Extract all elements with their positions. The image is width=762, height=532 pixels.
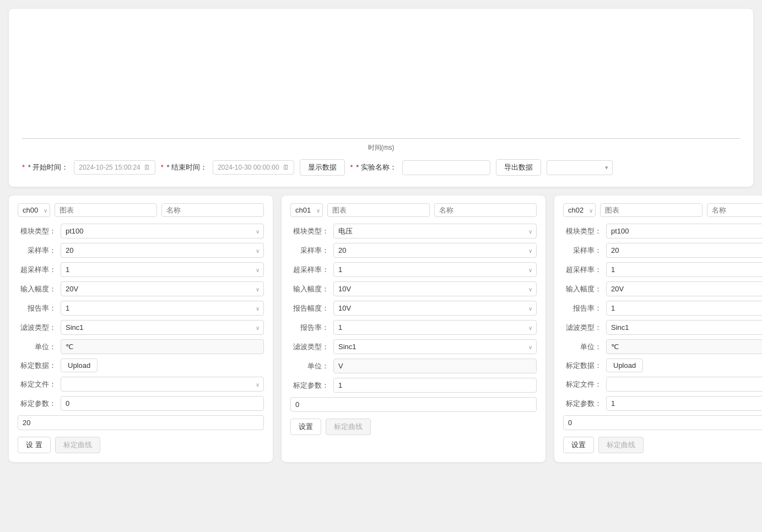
cal-param-input-ch00[interactable] bbox=[61, 396, 264, 411]
report-rate-label-ch02: 报告率： bbox=[563, 303, 602, 313]
sample-rate-select-ch01[interactable]: 20 bbox=[333, 243, 537, 258]
export-format-wrapper[interactable] bbox=[547, 160, 613, 175]
report-rate-select-wrapper-ch02[interactable]: 1 bbox=[606, 301, 762, 316]
cal-file-label-ch02: 标定文件： bbox=[563, 379, 602, 389]
extra-input-ch01[interactable] bbox=[290, 397, 537, 412]
sample-rate-select-wrapper-ch00[interactable]: 20 bbox=[61, 243, 264, 258]
input-range-select-ch01[interactable]: 10V bbox=[333, 281, 537, 296]
channel-panel-ch01: ch01 模块类型： 电压 采样率： bbox=[282, 196, 545, 462]
over-sample-select-wrapper-ch01[interactable]: 1 bbox=[333, 262, 537, 277]
cal-param-input-ch02[interactable] bbox=[606, 396, 762, 411]
extra-input-ch02[interactable] bbox=[563, 415, 762, 430]
ch-select-ch01[interactable]: ch01 bbox=[290, 203, 323, 217]
module-type-select-wrapper-ch00[interactable]: pt100 bbox=[61, 224, 264, 238]
module-type-select-ch01[interactable]: 电压 bbox=[333, 224, 537, 238]
cal-param-input-ch01[interactable] bbox=[333, 378, 537, 393]
input-range-select-wrapper-ch02[interactable]: 20V bbox=[606, 281, 762, 296]
set-button-ch02[interactable]: 设置 bbox=[563, 437, 594, 453]
filter-select-wrapper-ch01[interactable]: Sinc1 bbox=[333, 339, 537, 354]
input-range-select-ch02[interactable]: 20V bbox=[606, 281, 762, 296]
ch-select-ch00[interactable]: ch00 bbox=[18, 203, 50, 217]
filter-select-ch01[interactable]: Sinc1 bbox=[333, 339, 537, 354]
sample-rate-select-wrapper-ch02[interactable]: 20 bbox=[606, 243, 762, 258]
upload-button-ch00[interactable]: Upload bbox=[61, 359, 98, 372]
report-rate-select-wrapper-ch01[interactable]: 1 bbox=[333, 320, 537, 335]
channel-header-ch00: ch00 bbox=[18, 203, 264, 217]
cal-file-select-wrapper-ch02[interactable] bbox=[606, 377, 762, 392]
report-rate-select-ch01[interactable]: 1 bbox=[333, 320, 537, 335]
report-amp-select-wrapper-ch01[interactable]: 10V bbox=[333, 301, 537, 316]
input-range-select-wrapper-ch01[interactable]: 10V bbox=[333, 281, 537, 296]
filter-label-ch02: 滤波类型： bbox=[563, 323, 602, 333]
show-data-button[interactable]: 显示数据 bbox=[300, 159, 345, 176]
over-sample-select-ch01[interactable]: 1 bbox=[333, 262, 537, 277]
filter-row-ch00: 滤波类型： Sinc1 bbox=[18, 320, 264, 335]
upload-button-ch02[interactable]: Upload bbox=[606, 359, 643, 372]
report-rate-row-ch01: 报告率： 1 bbox=[290, 320, 537, 335]
input-range-label-ch01: 输入幅度： bbox=[290, 284, 329, 294]
module-type-row-ch02: 模块类型： pt100 bbox=[563, 224, 762, 238]
input-range-select-ch00[interactable]: 20V bbox=[61, 281, 264, 296]
chart-input-ch00[interactable] bbox=[55, 203, 157, 217]
name-input-ch01[interactable] bbox=[434, 203, 537, 217]
curve-button-ch02[interactable]: 标定曲线 bbox=[598, 437, 644, 453]
cal-file-select-ch00[interactable] bbox=[61, 377, 264, 392]
channel-panel-ch00: ch00 模块类型： pt100 采样率： bbox=[9, 196, 273, 462]
export-data-button[interactable]: 导出数据 bbox=[496, 159, 541, 176]
curve-button-ch00[interactable]: 标定曲线 bbox=[55, 437, 100, 453]
report-amp-select-ch01[interactable]: 10V bbox=[333, 301, 537, 316]
end-time-label: * * 结束时间： bbox=[161, 162, 207, 172]
over-sample-select-wrapper-ch02[interactable]: 1 bbox=[606, 262, 762, 277]
unit-label-ch00: 单位： bbox=[18, 342, 56, 352]
experiment-input[interactable] bbox=[402, 160, 490, 175]
bottom-buttons-ch01: 设置 标定曲线 bbox=[290, 419, 537, 435]
module-type-row-ch00: 模块类型： pt100 bbox=[18, 224, 264, 238]
filter-select-wrapper-ch02[interactable]: Sinc1 bbox=[606, 320, 762, 335]
calendar-icon: 🗓 bbox=[144, 164, 150, 171]
cal-param-row-ch01: 标定参数： bbox=[290, 378, 537, 393]
chart-input-ch02[interactable] bbox=[600, 203, 702, 217]
end-time-input[interactable]: 2024-10-30 00:00:00 🗓 bbox=[213, 160, 294, 175]
ch-select-wrapper-ch02[interactable]: ch02 bbox=[563, 203, 596, 217]
over-sample-row-ch02: 超采样率： 1 bbox=[563, 262, 762, 277]
filter-select-wrapper-ch00[interactable]: Sinc1 bbox=[61, 320, 264, 335]
set-button-ch00[interactable]: 设 置 bbox=[18, 437, 51, 453]
input-range-select-wrapper-ch00[interactable]: 20V bbox=[61, 281, 264, 296]
set-button-ch01[interactable]: 设置 bbox=[290, 419, 321, 435]
name-input-ch00[interactable] bbox=[161, 203, 264, 217]
module-type-select-ch02[interactable]: pt100 bbox=[606, 224, 762, 238]
module-type-select-wrapper-ch02[interactable]: pt100 bbox=[606, 224, 762, 238]
extra-input-ch00[interactable] bbox=[18, 415, 264, 430]
module-type-select-ch00[interactable]: pt100 bbox=[61, 224, 264, 238]
report-rate-select-ch00[interactable]: 1 bbox=[61, 301, 264, 316]
over-sample-label-ch02: 超采样率： bbox=[563, 265, 602, 275]
ch-select-wrapper-ch01[interactable]: ch01 bbox=[290, 203, 323, 217]
chart-area bbox=[22, 18, 740, 139]
filter-select-ch02[interactable]: Sinc1 bbox=[606, 320, 762, 335]
report-rate-select-ch02[interactable]: 1 bbox=[606, 301, 762, 316]
filter-label-ch01: 滤波类型： bbox=[290, 342, 329, 352]
over-sample-select-ch02[interactable]: 1 bbox=[606, 262, 762, 277]
export-format-select[interactable] bbox=[547, 160, 613, 175]
filter-select-ch00[interactable]: Sinc1 bbox=[61, 320, 264, 335]
ch-select-wrapper-ch00[interactable]: ch00 bbox=[18, 203, 50, 217]
sample-rate-row-ch01: 采样率： 20 bbox=[290, 243, 537, 258]
over-sample-select-wrapper-ch00[interactable]: 1 bbox=[61, 262, 264, 277]
curve-button-ch01[interactable]: 标定曲线 bbox=[326, 419, 371, 435]
module-type-select-wrapper-ch01[interactable]: 电压 bbox=[333, 224, 537, 238]
start-time-input[interactable]: 2024-10-25 15:00:24 🗓 bbox=[74, 160, 155, 175]
sample-rate-select-wrapper-ch01[interactable]: 20 bbox=[333, 243, 537, 258]
x-axis-label: 时间(ms) bbox=[22, 143, 740, 153]
chart-input-ch01[interactable] bbox=[327, 203, 430, 217]
name-input-ch02[interactable] bbox=[707, 203, 762, 217]
report-rate-select-wrapper-ch00[interactable]: 1 bbox=[61, 301, 264, 316]
ch-select-ch02[interactable]: ch02 bbox=[563, 203, 596, 217]
sample-rate-select-ch00[interactable]: 20 bbox=[61, 243, 264, 258]
over-sample-label-ch00: 超采样率： bbox=[18, 265, 56, 275]
sample-rate-row-ch00: 采样率： 20 bbox=[18, 243, 264, 258]
over-sample-select-ch00[interactable]: 1 bbox=[61, 262, 264, 277]
cal-file-select-ch02[interactable] bbox=[606, 377, 762, 392]
sample-rate-select-ch02[interactable]: 20 bbox=[606, 243, 762, 258]
cal-file-select-wrapper-ch00[interactable] bbox=[61, 377, 264, 392]
input-range-label-ch02: 输入幅度： bbox=[563, 284, 602, 294]
